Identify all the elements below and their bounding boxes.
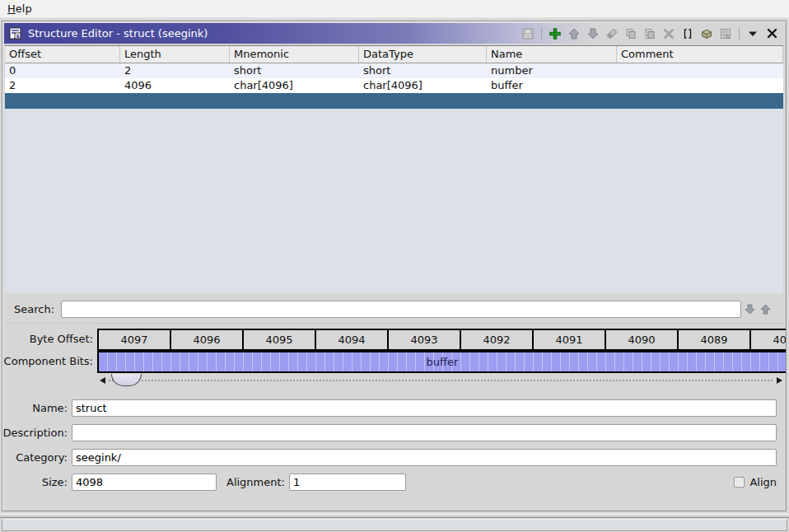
component-name: buffer bbox=[427, 356, 459, 368]
close-x-icon bbox=[766, 27, 778, 40]
scrollbar-thumb[interactable] bbox=[111, 374, 142, 386]
scrollbar-track[interactable] bbox=[109, 380, 773, 381]
byte-offset-cell: 4090 bbox=[605, 329, 679, 351]
toolbar-separator bbox=[541, 27, 542, 40]
scroll-left-button[interactable] bbox=[97, 375, 109, 386]
arrow-down-icon bbox=[586, 27, 600, 40]
category-row: Category: bbox=[2, 448, 777, 466]
duplicate-button[interactable] bbox=[623, 26, 639, 42]
bit-view: Byte Offset: Component Bits: 4097 4096 4… bbox=[2, 324, 786, 390]
alignment-label: Alignment: bbox=[222, 476, 289, 488]
byte-offset-row: 4097 4096 4095 4094 4093 4092 4091 4090 … bbox=[97, 329, 786, 351]
status-bar bbox=[2, 519, 787, 531]
table-header: Offset Length Mnemonic DataType Name Com… bbox=[5, 46, 783, 63]
category-label: Category: bbox=[2, 451, 72, 464]
column-header-offset[interactable]: Offset bbox=[5, 46, 120, 63]
arrow-up-icon bbox=[567, 27, 581, 40]
add-component-button[interactable] bbox=[547, 26, 563, 42]
search-label: Search: bbox=[14, 303, 57, 315]
package-icon bbox=[700, 27, 713, 40]
duplicate-multiple-button[interactable] bbox=[642, 26, 658, 42]
arrow-up-icon bbox=[759, 303, 772, 315]
category-field[interactable] bbox=[72, 449, 777, 466]
menu-bar: Help bbox=[0, 0, 789, 18]
align-checkbox-group: Align bbox=[734, 476, 777, 488]
component-bits-label: Component Bits: bbox=[2, 355, 93, 367]
component-bits-strip[interactable]: buffer bbox=[97, 351, 786, 373]
search-input[interactable] bbox=[61, 301, 741, 318]
title-bar: s Structure Editor - struct (seegink) bbox=[4, 23, 784, 44]
delete-button[interactable] bbox=[661, 26, 677, 42]
byte-offset-cell: 4088 bbox=[749, 329, 786, 351]
structure-editor-window: s Structure Editor - struct (seegink) bbox=[2, 21, 787, 511]
description-field[interactable] bbox=[72, 424, 777, 441]
component-table: Offset Length Mnemonic DataType Name Com… bbox=[5, 45, 783, 293]
svg-text:s: s bbox=[16, 33, 19, 40]
window-divider bbox=[0, 514, 789, 518]
byte-offset-cell: 4095 bbox=[242, 329, 316, 351]
window-title: Structure Editor - struct (seegink) bbox=[28, 27, 208, 40]
search-panel: Search: bbox=[5, 295, 783, 324]
name-row: Name: bbox=[2, 399, 777, 417]
table-row[interactable]: 0 2 short short number bbox=[5, 63, 783, 78]
bitfield-icon: S bbox=[719, 27, 732, 40]
byte-offset-cell: 4094 bbox=[315, 329, 389, 351]
search-previous-button[interactable] bbox=[759, 301, 773, 316]
size-row: Size: Alignment: Align bbox=[2, 473, 777, 491]
menu-help[interactable]: Help bbox=[0, 1, 40, 16]
triangle-left-icon bbox=[99, 376, 107, 385]
edit-bitfield-button[interactable]: S bbox=[717, 26, 734, 42]
settings-menu-button[interactable] bbox=[745, 26, 761, 42]
delete-x-icon bbox=[662, 27, 675, 40]
description-label: Description: bbox=[2, 427, 72, 439]
column-header-comment[interactable]: Comment bbox=[617, 46, 783, 63]
byte-offset-cell: 4092 bbox=[460, 329, 534, 351]
save-icon bbox=[521, 27, 535, 40]
clear-button[interactable] bbox=[604, 26, 620, 42]
move-up-button[interactable] bbox=[566, 26, 582, 42]
unpackage-button[interactable] bbox=[698, 26, 715, 42]
toolbar-separator bbox=[739, 27, 740, 40]
plus-icon bbox=[549, 27, 562, 40]
close-button[interactable] bbox=[763, 26, 780, 42]
duplicate-icon bbox=[624, 27, 637, 40]
search-next-button[interactable] bbox=[743, 301, 757, 316]
caret-down-icon bbox=[747, 28, 759, 40]
name-field[interactable] bbox=[72, 399, 777, 417]
byte-offset-cell: 4097 bbox=[97, 329, 171, 351]
byte-offset-cell: 4093 bbox=[387, 329, 461, 351]
size-field[interactable] bbox=[72, 474, 217, 491]
byte-offset-cell: 4089 bbox=[677, 329, 751, 351]
move-down-button[interactable] bbox=[585, 26, 601, 42]
structure-editor-screen: Help s Structure Editor - struct (seegin… bbox=[0, 0, 789, 532]
duplicate-multiple-icon bbox=[643, 27, 656, 40]
svg-text:S: S bbox=[726, 32, 731, 40]
byte-offset-label: Byte Offset: bbox=[2, 333, 93, 345]
table-row-selected-empty[interactable] bbox=[5, 93, 783, 109]
toolbar: S bbox=[520, 26, 784, 42]
fields-panel: Name: Description: Category: Size: Align… bbox=[2, 392, 786, 512]
column-header-length[interactable]: Length bbox=[120, 46, 230, 63]
column-header-datatype[interactable]: DataType bbox=[359, 46, 487, 63]
description-row: Description: bbox=[2, 423, 777, 441]
structure-editor-icon: s bbox=[9, 27, 22, 40]
create-array-button[interactable] bbox=[679, 26, 696, 42]
eraser-icon bbox=[605, 27, 619, 40]
brackets-icon bbox=[681, 27, 694, 40]
byte-offset-cell: 4091 bbox=[532, 329, 606, 351]
size-label: Size: bbox=[2, 476, 72, 488]
align-checkbox[interactable] bbox=[734, 477, 745, 488]
name-label: Name: bbox=[2, 402, 72, 414]
byte-offset-cell: 4096 bbox=[170, 329, 244, 351]
save-button[interactable] bbox=[520, 26, 536, 42]
scroll-right-button[interactable] bbox=[773, 375, 785, 386]
triangle-right-icon bbox=[775, 376, 783, 385]
horizontal-scrollbar bbox=[97, 374, 786, 387]
arrow-down-icon bbox=[744, 303, 756, 315]
table-row[interactable]: 2 4096 char[4096] char[4096] buffer bbox=[5, 78, 783, 93]
column-header-name[interactable]: Name bbox=[487, 46, 617, 63]
align-checkbox-label: Align bbox=[749, 476, 777, 488]
alignment-field[interactable] bbox=[289, 474, 406, 491]
column-header-mnemonic[interactable]: Mnemonic bbox=[230, 46, 359, 63]
